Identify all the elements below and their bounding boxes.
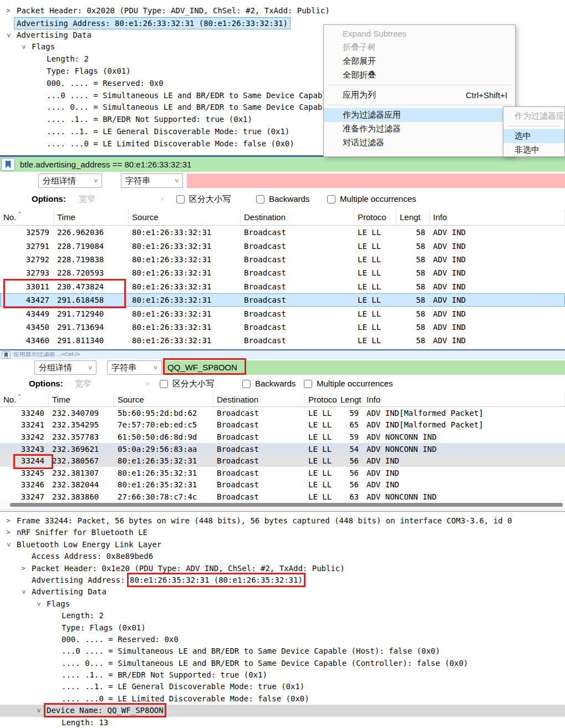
packet-row[interactable]: 43427291.61845880:e1:26:33:32:31Broadcas… (0, 293, 565, 307)
packet-row[interactable]: 33011230.47382480:e1:26:33:32:31Broadcas… (0, 280, 565, 293)
tree-line-text: nRF Sniffer for Bluetooth LE (17, 527, 147, 538)
column-header-no[interactable]: No.^ (0, 209, 54, 225)
tree-line[interactable]: Length: 2 (0, 610, 565, 622)
expand-icon[interactable]: > (4, 527, 12, 538)
cell-time: 291.713694 (54, 323, 129, 332)
collapse-icon[interactable]: > (17, 43, 29, 51)
find-input-1[interactable] (187, 174, 565, 188)
tree-line[interactable]: .... .1.. = BR/EDR Not Supported: true (… (0, 669, 565, 681)
case-sensitive-checkbox[interactable] (160, 380, 168, 388)
context-menu-item[interactable]: 全部折叠 (324, 68, 515, 82)
packet-row[interactable]: 32793228.72059380:e1:26:33:32:31Broadcas… (0, 266, 565, 279)
tree-line[interactable]: >Packet Header: 0x1e20 (PDU Type: ADV_IN… (0, 563, 565, 574)
tree-line[interactable]: Access Address: 0x8e89bed6 (0, 551, 565, 562)
column-header-time[interactable]: Time (49, 393, 114, 406)
tree-line-text: Length: 13 (62, 717, 108, 728)
multiple-occurrences-checkbox[interactable] (327, 195, 335, 203)
context-menu-item[interactable]: 非选中 (503, 143, 564, 157)
column-header-time[interactable]: Time (54, 209, 129, 225)
find-scope-select[interactable]: 分组详情 > (38, 174, 102, 188)
column-header-proto[interactable]: Protoco (305, 393, 337, 406)
scrollbar-thumb[interactable] (10, 503, 563, 507)
packet-row[interactable]: 33242232.35778361:50:50:d6:8d:9dBroadcas… (0, 431, 565, 443)
display-filter-expression[interactable]: btle.advertising_address == 80:e1:26:33:… (20, 157, 191, 172)
context-menu-item[interactable]: 作为过滤器应用▶ (324, 108, 515, 122)
column-header-info[interactable]: Info (430, 209, 565, 225)
tree-line[interactable]: >Advertising Data (0, 586, 565, 598)
packet-row[interactable]: 33247232.38386027:66:30:78:c7:4cBroadcas… (0, 491, 565, 501)
packet-row[interactable]: 33241232.3542957e:57:70:eb:ed:c5Broadcas… (0, 419, 565, 431)
packet-row[interactable]: 32791228.71908480:e1:26:33:32:31Broadcas… (0, 239, 565, 252)
tree-line[interactable]: .... 0... = Simultaneous LE and BR/EDR t… (0, 658, 565, 669)
column-header-dst[interactable]: Destination (241, 209, 354, 225)
find-type-select[interactable]: 字符串 > (107, 360, 162, 375)
expand-icon[interactable]: > (4, 5, 12, 17)
collapse-icon[interactable]: > (2, 31, 14, 39)
context-menu-item[interactable]: 准备作为过滤器▶ (324, 122, 515, 136)
packet-row[interactable]: 33245232.38130780:e1:26:35:32:31Broadcas… (0, 467, 565, 479)
packet-row[interactable]: 33246232.38204480:e1:26:35:32:31Broadcas… (0, 479, 565, 491)
expand-icon[interactable]: > (19, 563, 27, 574)
packet-row[interactable]: 32579226.96203680:e1:26:33:32:31Broadcas… (0, 226, 565, 239)
packet-row[interactable]: 33244232.38056780:e1:26:35:32:31Broadcas… (0, 455, 565, 467)
column-header-info[interactable]: Info (363, 393, 565, 406)
tree-line[interactable]: .... ..1. = LE General Discoverable Mode… (0, 681, 565, 693)
expand-icon[interactable]: > (4, 515, 12, 527)
column-header-dst[interactable]: Destination (213, 393, 305, 406)
filter-bookmark-button[interactable] (1, 158, 15, 171)
packet-row[interactable]: 33243232.36962105:0a:29:56:83:aaBroadcas… (0, 443, 565, 455)
collapse-icon[interactable]: > (32, 707, 44, 715)
horizontal-scrollbar[interactable] (0, 501, 565, 509)
cell-no: 33243 (0, 445, 49, 454)
tree-line[interactable]: >Packet Header: 0x2020 (PDU Type: ADV_IN… (0, 5, 565, 17)
case-sensitive-checkbox[interactable] (176, 195, 185, 203)
column-header-no[interactable]: No.^ (0, 393, 49, 406)
context-menu-item[interactable]: 应用为列Ctrl+Shift+I (324, 88, 515, 102)
find-type-select[interactable]: 字符串 > (121, 174, 183, 188)
column-header-proto[interactable]: Protoco (354, 209, 396, 225)
cell-time: 232.381307 (49, 469, 114, 477)
find-input-2[interactable]: QQ_WF_SP8OON (162, 360, 565, 375)
packet-row[interactable]: 43450291.71369480:e1:26:33:32:31Broadcas… (0, 320, 565, 334)
tree-line[interactable]: >Bluetooth Low Energy Link Layer (0, 539, 565, 551)
collapse-icon[interactable]: > (32, 600, 44, 608)
charset-select[interactable]: 宽窄 (79, 194, 95, 205)
context-menu-item[interactable]: 对话过滤器▶ (324, 136, 515, 150)
multiple-occurrences-checkbox[interactable] (304, 380, 312, 388)
display-filter-bar[interactable]: btle.advertising_address == 80:e1:26:33:… (0, 157, 565, 172)
tree-line[interactable]: >Flags (0, 598, 565, 610)
context-menu-item[interactable]: 选中 (503, 129, 564, 143)
tree-line[interactable]: Length: 13 (0, 717, 565, 728)
packet-row[interactable]: 43460291.81134080:e1:26:33:32:31Broadcas… (0, 334, 565, 347)
column-header-label: Time (57, 212, 75, 222)
cell-proto: LE LL (305, 432, 337, 441)
tree-line[interactable]: Type: Flags (0x01) (0, 622, 565, 634)
tree-line[interactable]: 000. .... = Reserved: 0x0 (0, 634, 565, 645)
column-header-len[interactable]: Lengt (396, 209, 430, 225)
backwards-checkbox[interactable] (242, 380, 251, 388)
tree-line[interactable]: .... ...0 = LE Limited Discoverable Mode… (0, 693, 565, 705)
column-header-src[interactable]: Source (114, 393, 213, 406)
find-scope-select[interactable]: 分组详情 > (34, 360, 96, 375)
column-header-len[interactable]: Lengt (337, 393, 363, 406)
cell-dst: Broadcast (241, 296, 354, 304)
tree-line[interactable]: Advertising Address: 80:e1:26:35:32:31 (… (0, 574, 565, 586)
tree-line[interactable]: >Device Name: QQ_WF_SP8OON (0, 705, 565, 716)
context-menu-item[interactable]: 全部展开 (324, 54, 515, 68)
cell-no: 33245 (0, 469, 49, 477)
charset-select[interactable]: 宽窄 (75, 379, 91, 389)
column-header-src[interactable]: Source (129, 209, 241, 225)
collapse-icon[interactable]: > (2, 541, 14, 548)
packet-row[interactable]: 33240232.3407095b:60:95:2d:bd:62Broadcas… (0, 407, 565, 419)
packet-row[interactable]: 43449291.71294080:e1:26:33:32:31Broadcas… (0, 307, 565, 320)
tree-line[interactable]: >nRF Sniffer for Bluetooth LE (0, 527, 565, 538)
filter-bookmark-button[interactable] (2, 352, 11, 359)
tree-line-text: .... 0... = Simultaneous LE and BR/EDR t… (62, 658, 468, 669)
cell-len: 58 (396, 323, 430, 332)
backwards-checkbox[interactable] (256, 195, 264, 203)
tree-line[interactable]: >Frame 33244: Packet, 56 bytes on wire (… (0, 515, 565, 527)
packet-row[interactable]: 32792228.71983880:e1:26:33:32:31Broadcas… (0, 253, 565, 266)
tree-line[interactable]: ...0 .... = Simultaneous LE and BR/EDR t… (0, 645, 565, 657)
collapse-icon[interactable]: > (17, 588, 29, 596)
cell-proto: LE LL (305, 409, 337, 418)
